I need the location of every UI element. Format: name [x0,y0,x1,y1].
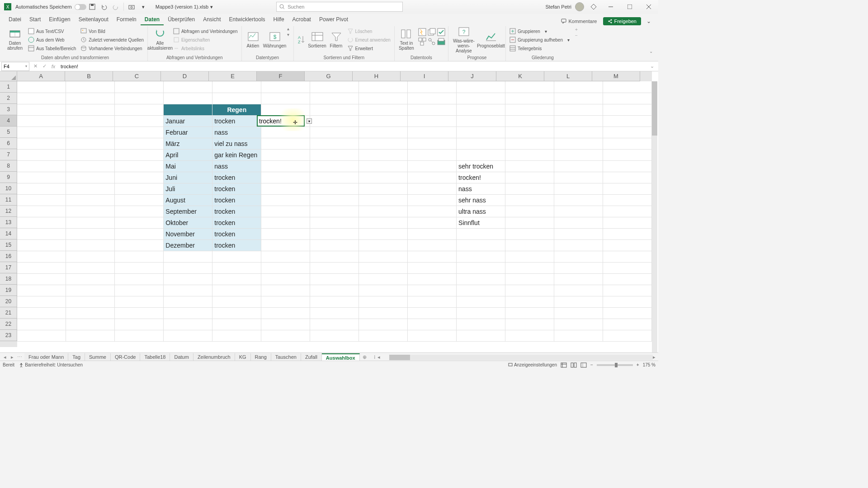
sheet-tab[interactable]: Tag [68,353,85,361]
cell[interactable] [310,127,359,138]
sheet-tab[interactable]: Tabelle18 [140,353,170,361]
col-header-D[interactable]: D [161,71,209,81]
cell[interactable] [164,285,212,296]
cell[interactable] [66,194,115,206]
col-header-E[interactable]: E [209,71,257,81]
cell[interactable]: nass [212,160,261,172]
cell[interactable] [554,160,603,172]
cell[interactable] [115,239,164,251]
cell[interactable]: nass [212,127,261,138]
cell[interactable] [17,285,66,296]
camera-icon[interactable] [126,1,137,12]
cell[interactable] [17,262,66,273]
add-sheet-button[interactable]: ⊕ [360,354,369,360]
cell[interactable] [554,228,603,239]
cell[interactable] [505,93,554,104]
cell[interactable] [457,307,505,319]
cell[interactable] [261,172,310,183]
cell[interactable] [603,296,651,307]
cell[interactable] [17,138,66,149]
cell[interactable] [408,251,457,262]
cell[interactable] [310,319,359,330]
tab-datei[interactable]: Datei [5,14,25,25]
cell[interactable] [66,172,115,183]
cell[interactable] [359,81,408,93]
remove-duplicates-icon[interactable] [428,28,436,36]
cell[interactable] [408,194,457,206]
sort-button[interactable]: Sortieren [307,26,327,53]
avatar[interactable] [575,2,584,11]
row-header-19[interactable]: 19 [0,285,17,296]
cell[interactable] [310,330,359,341]
cell[interactable] [66,273,115,285]
cell[interactable] [261,149,310,160]
cell[interactable] [457,319,505,330]
cell[interactable] [603,183,651,194]
cell[interactable] [261,115,310,127]
cell[interactable] [554,81,603,93]
cancel-formula-icon[interactable]: ✕ [31,62,40,71]
cell[interactable] [359,217,408,228]
cell[interactable] [310,194,359,206]
row-header-8[interactable]: 8 [0,160,17,172]
column-headers[interactable]: ABCDEFGHIJKLM [17,71,652,81]
cell[interactable] [554,104,603,115]
close-button[interactable] [641,0,656,13]
row-header-10[interactable]: 10 [0,183,17,194]
cell[interactable] [66,206,115,217]
col-header-J[interactable]: J [448,71,496,81]
cell[interactable] [261,228,310,239]
cell[interactable] [554,251,603,262]
cell[interactable] [310,115,359,127]
refresh-all-button[interactable]: Alle aktualisieren [150,26,170,53]
cell[interactable] [457,149,505,160]
cell[interactable] [17,115,66,127]
zoom-slider[interactable] [597,364,633,366]
consolidate-icon[interactable] [418,38,426,46]
cell[interactable] [115,104,164,115]
maximize-button[interactable] [622,0,637,13]
cell[interactable] [359,285,408,296]
row-header-5[interactable]: 5 [0,127,17,138]
grid[interactable]: ABCDEFGHIJKLM 12345678910111213141516171… [0,71,658,353]
cell[interactable]: August [164,194,212,206]
cell[interactable] [505,217,554,228]
from-web-button[interactable]: Aus dem Web [26,36,78,44]
sheet-nav-next-icon[interactable]: ▸ [9,354,15,360]
cell[interactable] [603,307,651,319]
cell[interactable] [359,251,408,262]
row-header-23[interactable]: 23 [0,330,17,341]
cell[interactable] [359,183,408,194]
row-header-16[interactable]: 16 [0,251,17,262]
tab-entwicklertools[interactable]: Entwicklertools [225,14,269,25]
row-header-17[interactable]: 17 [0,262,17,273]
cell[interactable] [408,172,457,183]
cell[interactable] [17,228,66,239]
cell[interactable] [554,296,603,307]
cell[interactable] [164,273,212,285]
cell[interactable] [310,228,359,239]
cell[interactable] [457,104,505,115]
cell[interactable] [505,206,554,217]
tab-formeln[interactable]: Formeln [113,14,141,25]
cell[interactable] [261,319,310,330]
cell[interactable] [164,307,212,319]
cell[interactable] [115,296,164,307]
sheet-tab[interactable]: Zufall [301,353,322,361]
cell[interactable] [66,115,115,127]
cell[interactable] [164,81,212,93]
cell[interactable] [603,194,651,206]
group-button[interactable]: Gruppieren▾ [508,27,571,35]
cell[interactable] [603,319,651,330]
cell[interactable] [505,194,554,206]
cell[interactable]: trocken [212,172,261,183]
cell[interactable] [164,93,212,104]
cell[interactable] [17,183,66,194]
cell[interactable] [115,217,164,228]
col-header-C[interactable]: C [113,71,161,81]
cell[interactable] [261,160,310,172]
zoom-out-button[interactable]: − [590,362,593,367]
expand-formula-icon[interactable]: ⌄ [647,62,656,71]
cell[interactable]: September [164,206,212,217]
cell[interactable] [359,160,408,172]
